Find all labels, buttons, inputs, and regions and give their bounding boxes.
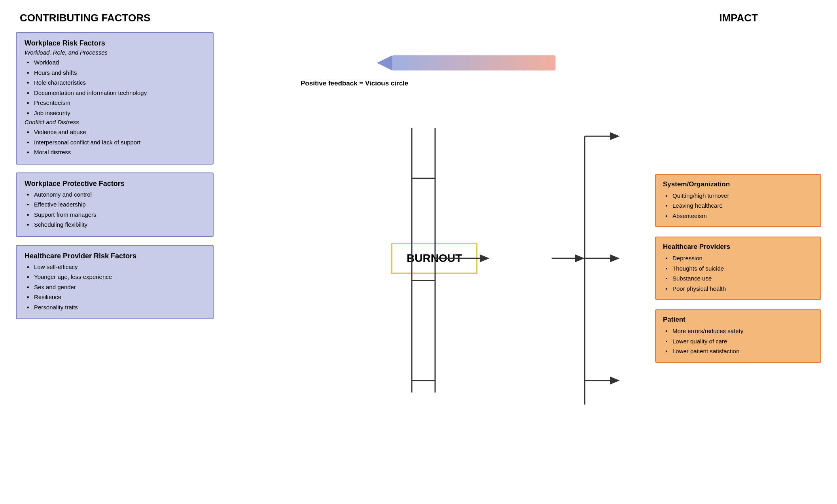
list-item: Depression <box>665 253 813 263</box>
provider-risk-list: Low self-efficacy Younger age, less expe… <box>25 262 205 313</box>
list-item: Thoughts of suicide <box>665 263 813 274</box>
list-item: Role characteristics <box>27 78 205 88</box>
patient-box: Patient More errors/reduces safety Lower… <box>655 309 821 363</box>
list-item: Workload <box>27 57 205 68</box>
impact-title: IMPACT <box>719 12 758 24</box>
list-item: Documentation and information technology <box>27 88 205 98</box>
svg-marker-19 <box>610 377 620 385</box>
list-item: Personality traits <box>27 302 205 313</box>
protective-factors-box: Workplace Protective Factors Autonomy an… <box>16 172 214 237</box>
svg-marker-3 <box>377 55 392 70</box>
healthcare-providers-box: Healthcare Providers Depression Thoughts… <box>655 237 821 300</box>
list-item: Presenteeism <box>27 98 205 108</box>
svg-marker-12 <box>575 254 585 262</box>
list-item: Resilience <box>27 292 205 302</box>
protective-factors-list: Autonomy and control Effective leadershi… <box>25 189 205 230</box>
list-item: Younger age, less experience <box>27 272 205 282</box>
feedback-label: Positive feedback = Vicious circle <box>301 80 408 87</box>
system-org-box: System/Organization Quitting/high turnov… <box>655 174 821 227</box>
workplace-risk-title: Workplace Risk Factors <box>25 39 205 47</box>
list-item: Moral distress <box>27 147 205 157</box>
list-item: Job insecurity <box>27 108 205 118</box>
system-org-title: System/Organization <box>663 180 813 188</box>
svg-marker-15 <box>610 132 620 140</box>
list-item: Lower patient satisfaction <box>665 346 813 356</box>
conflict-distress-subtitle: Conflict and Distress <box>25 119 205 125</box>
workplace-risk-box: Workplace Risk Factors Workload, Role, a… <box>16 32 214 165</box>
list-item: More errors/reduces safety <box>665 326 813 336</box>
list-item: Interpersonal conflict and lack of suppo… <box>27 137 205 148</box>
provider-risk-title: Healthcare Provider Risk Factors <box>25 252 205 260</box>
list-item: Poor physical health <box>665 284 813 294</box>
system-org-list: Quitting/high turnover Leaving healthcar… <box>663 191 813 221</box>
list-item: Absenteeism <box>665 211 813 221</box>
list-item: Effective leadership <box>27 199 205 210</box>
center-column: BURNOUT Positive feedback = Vicious circ… <box>214 32 655 485</box>
provider-risk-box: Healthcare Provider Risk Factors Low sel… <box>16 245 214 320</box>
list-item: Hours and shifts <box>27 68 205 78</box>
patient-title: Patient <box>663 316 813 324</box>
burnout-box: BURNOUT <box>391 243 477 274</box>
left-column: Workplace Risk Factors Workload, Role, a… <box>16 32 214 485</box>
list-item: Lower quality of care <box>665 336 813 347</box>
workplace-risk-list1: Workload Hours and shifts Role character… <box>25 57 205 118</box>
list-item: Leaving healthcare <box>665 201 813 211</box>
list-item: Violence and abuse <box>27 127 205 137</box>
contributing-factors-title: CONTRIBUTING FACTORS <box>16 12 821 24</box>
svg-marker-17 <box>610 254 620 262</box>
protective-factors-title: Workplace Protective Factors <box>25 180 205 188</box>
list-item: Sex and gender <box>27 282 205 292</box>
right-column: System/Organization Quitting/high turnov… <box>655 32 821 485</box>
healthcare-providers-list: Depression Thoughts of suicide Substance… <box>663 253 813 294</box>
list-item: Low self-efficacy <box>27 262 205 272</box>
list-item: Quitting/high turnover <box>665 191 813 201</box>
list-item: Autonomy and control <box>27 189 205 200</box>
healthcare-providers-title: Healthcare Providers <box>663 243 813 251</box>
list-item: Support from managers <box>27 210 205 220</box>
patient-list: More errors/reduces safety Lower quality… <box>663 326 813 356</box>
workplace-risk-subtitle: Workload, Role, and Processes <box>25 49 205 56</box>
list-item: Scheduling flexibility <box>27 220 205 230</box>
workplace-risk-list2: Violence and abuse Interpersonal conflic… <box>25 127 205 157</box>
svg-rect-2 <box>392 55 556 70</box>
layout: Workplace Risk Factors Workload, Role, a… <box>16 32 821 485</box>
list-item: Substance use <box>665 273 813 284</box>
svg-marker-10 <box>480 254 490 262</box>
diagram-container: CONTRIBUTING FACTORS IMPACT Workplace Ri… <box>0 0 837 504</box>
